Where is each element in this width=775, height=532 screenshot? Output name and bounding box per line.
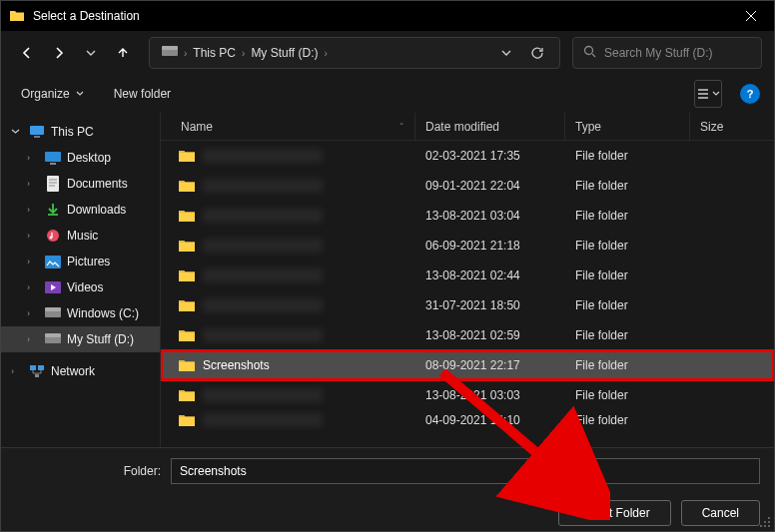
recent-locations-button[interactable] — [77, 39, 105, 67]
file-date: 09-01-2021 22:04 — [415, 179, 565, 193]
sidebar-label: Music — [67, 229, 98, 243]
file-date: 31-07-2021 18:50 — [415, 298, 565, 312]
videos-icon — [45, 279, 61, 295]
table-row[interactable]: 02-03-2021 17:35File folder — [161, 141, 774, 171]
address-dropdown-button[interactable] — [495, 48, 517, 58]
resize-grip[interactable] — [757, 514, 771, 528]
file-type: File folder — [565, 413, 690, 427]
svg-rect-12 — [45, 310, 61, 317]
sidebar-item-documents[interactable]: › Documents — [1, 171, 160, 197]
folder-icon — [179, 209, 195, 223]
sidebar-label: Network — [51, 364, 95, 378]
address-bar[interactable]: › This PC › My Stuff (D:) › — [149, 37, 560, 69]
drive-icon — [45, 331, 61, 347]
cancel-button[interactable]: Cancel — [681, 500, 760, 526]
svg-point-8 — [47, 230, 59, 242]
sidebar-item-my-stuff-d[interactable]: › My Stuff (D:) — [1, 326, 160, 352]
file-name — [203, 328, 323, 342]
sidebar-label: This PC — [51, 125, 94, 139]
organize-button[interactable]: Organize — [15, 83, 90, 105]
table-row[interactable]: 04-09-2021 14:10File folder — [161, 410, 774, 430]
pictures-icon — [45, 254, 61, 269]
forward-button[interactable] — [45, 39, 73, 67]
sidebar-label: My Stuff (D:) — [67, 332, 134, 346]
svg-rect-0 — [162, 49, 178, 56]
breadcrumb-segment[interactable]: My Stuff (D:) — [247, 46, 322, 60]
folder-icon — [179, 328, 195, 342]
navigation-bar: › This PC › My Stuff (D:) › Search My St… — [1, 31, 774, 75]
file-type: File folder — [565, 209, 690, 223]
chevron-right-icon: › — [240, 48, 247, 59]
sidebar-item-pictures[interactable]: › Pictures — [1, 249, 160, 274]
folder-input[interactable] — [171, 458, 760, 484]
expand-icon[interactable]: › — [27, 179, 39, 189]
file-date: 13-08-2021 02:44 — [415, 268, 565, 282]
window-title: Select a Destination — [33, 9, 728, 23]
app-icon — [9, 8, 25, 24]
svg-rect-1 — [162, 46, 178, 50]
view-options-button[interactable] — [694, 80, 722, 108]
file-name — [203, 239, 323, 253]
network-icon — [29, 363, 45, 379]
expand-icon[interactable]: › — [27, 231, 39, 241]
svg-rect-17 — [38, 365, 44, 370]
table-row[interactable]: 13-08-2021 03:04File folder — [161, 201, 774, 231]
file-type: File folder — [565, 179, 690, 193]
music-icon — [45, 228, 61, 244]
sidebar-label: Windows (C:) — [67, 306, 139, 320]
new-folder-button[interactable]: New folder — [108, 83, 177, 105]
sidebar-item-music[interactable]: › Music — [1, 223, 160, 249]
table-row[interactable]: Screenshots08-09-2021 22:17File folder — [161, 350, 774, 380]
table-row[interactable]: 31-07-2021 18:50File folder — [161, 290, 774, 320]
column-header-date[interactable]: Date modified — [415, 113, 565, 140]
sidebar-label: Pictures — [67, 255, 110, 268]
table-row[interactable]: 13-08-2021 03:03File folder — [161, 380, 774, 410]
sidebar-item-videos[interactable]: › Videos — [1, 274, 160, 300]
expand-icon[interactable]: › — [11, 366, 23, 376]
folder-icon — [179, 149, 195, 163]
column-header-type[interactable]: Type — [565, 113, 690, 140]
toolbar: Organize New folder ? — [1, 75, 774, 113]
search-box[interactable]: Search My Stuff (D:) — [572, 37, 762, 69]
expand-icon[interactable]: › — [27, 308, 39, 318]
folder-icon — [179, 179, 195, 193]
sidebar-network[interactable]: › Network — [1, 358, 160, 384]
table-row[interactable]: 13-08-2021 02:44File folder — [161, 261, 774, 290]
expand-icon[interactable]: › — [27, 334, 39, 344]
file-date: 06-09-2021 21:18 — [415, 239, 565, 253]
expand-icon[interactable]: › — [27, 257, 39, 266]
expand-icon[interactable]: › — [27, 153, 39, 163]
close-button[interactable] — [728, 1, 774, 31]
sidebar-label: Desktop — [67, 151, 111, 165]
new-folder-label: New folder — [114, 87, 171, 101]
column-header-size[interactable]: Size — [690, 113, 774, 140]
table-row[interactable]: 13-08-2021 02:59File folder — [161, 320, 774, 350]
file-name — [203, 298, 323, 312]
sidebar-item-windows-c[interactable]: › Windows (C:) — [1, 300, 160, 326]
svg-rect-7 — [47, 176, 59, 192]
svg-point-21 — [764, 521, 766, 523]
sidebar-item-downloads[interactable]: › Downloads — [1, 197, 160, 223]
breadcrumb-segment[interactable]: This PC — [189, 46, 240, 60]
refresh-button[interactable] — [523, 39, 551, 67]
collapse-icon[interactable] — [11, 127, 23, 138]
table-row[interactable]: 09-01-2021 22:04File folder — [161, 171, 774, 201]
folder-icon — [179, 413, 195, 427]
help-button[interactable]: ? — [740, 84, 760, 104]
table-row[interactable]: 06-09-2021 21:18File folder — [161, 231, 774, 261]
file-name — [203, 388, 323, 402]
back-button[interactable] — [13, 39, 41, 67]
file-list[interactable]: 02-03-2021 17:35File folder09-01-2021 22… — [161, 141, 774, 447]
up-button[interactable] — [109, 39, 137, 67]
expand-icon[interactable]: › — [27, 282, 39, 292]
expand-icon[interactable]: › — [27, 205, 39, 215]
chevron-down-icon — [76, 90, 84, 98]
column-header-name[interactable]: Name ˄ — [161, 113, 415, 140]
sidebar-this-pc[interactable]: This PC — [1, 119, 160, 145]
file-date: 04-09-2021 14:10 — [415, 413, 565, 427]
sidebar-item-desktop[interactable]: › Desktop — [1, 145, 160, 171]
file-type: File folder — [565, 149, 690, 163]
select-folder-button[interactable]: Select Folder — [558, 500, 671, 526]
svg-point-9 — [50, 237, 53, 240]
column-header-row: Name ˄ Date modified Type Size — [161, 113, 774, 141]
